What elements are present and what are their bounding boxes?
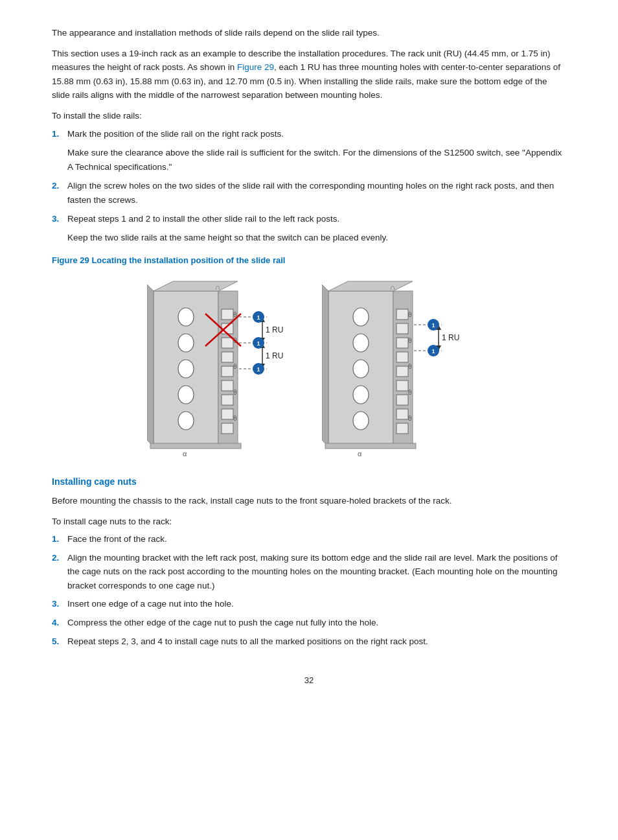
svg-rect-16 [222, 409, 233, 419]
rack-diagram-right: ∩ θ θ θ θ θ α 1 RU 1 [322, 278, 471, 461]
svg-point-5 [178, 334, 194, 352]
page-number: 32 [52, 674, 566, 688]
rack-svg-left: ∩ θ θ θ θ θ α [147, 278, 296, 460]
svg-rect-55 [396, 323, 408, 334]
svg-rect-12 [222, 352, 233, 362]
svg-rect-59 [396, 380, 408, 391]
figure-29: ∩ θ θ θ θ θ α [52, 278, 566, 461]
svg-text:θ: θ [408, 363, 412, 370]
svg-text:θ: θ [233, 415, 237, 422]
step-1-note: Make sure the clearance above the slide … [67, 146, 566, 174]
svg-text:α: α [183, 450, 187, 458]
svg-text:∩: ∩ [390, 283, 395, 291]
svg-text:1: 1 [431, 348, 435, 355]
svg-rect-10 [222, 323, 233, 334]
svg-text:θ: θ [233, 389, 237, 396]
svg-point-8 [178, 412, 194, 430]
figure29-link[interactable]: Figure 29 [237, 62, 274, 72]
install-steps-list-2: 2. Align the screw holes on the two side… [52, 179, 566, 226]
cage-step-2: 2. Align the mounting bracket with the l… [52, 551, 566, 593]
page-content: The appearance and installation methods … [0, 0, 618, 733]
svg-point-6 [178, 360, 194, 378]
svg-text:α: α [358, 450, 362, 458]
cage-step-4: 4. Compress the other edge of the cage n… [52, 616, 566, 630]
svg-rect-60 [396, 395, 408, 405]
cage-nuts-steps: 1. Face the front of the rack. 2. Align … [52, 532, 566, 648]
figure-caption: Figure 29 Locating the installation posi… [52, 254, 566, 268]
cage-nuts-p1: Before mounting the chassis to the rack,… [52, 494, 566, 508]
svg-text:1 RU: 1 RU [442, 333, 459, 342]
cage-nuts-to-install: To install cage nuts to the rack: [52, 515, 566, 529]
step-2: 2. Align the screw holes on the two side… [52, 179, 566, 207]
rack-svg-right: ∩ θ θ θ θ θ α 1 RU 1 [322, 278, 471, 460]
svg-rect-62 [396, 423, 408, 434]
svg-marker-48 [322, 285, 328, 447]
svg-text:1: 1 [431, 322, 435, 329]
svg-text:∩: ∩ [215, 283, 220, 291]
cage-step-3: 3. Insert one edge of a cage nut into th… [52, 597, 566, 611]
svg-rect-58 [396, 366, 408, 377]
svg-point-4 [178, 308, 194, 326]
svg-rect-24 [150, 443, 241, 449]
cage-nuts-heading: Installing cage nuts [52, 474, 566, 489]
cage-step-5: 5. Repeat steps 2, 3, and 4 to install c… [52, 635, 566, 649]
svg-rect-17 [222, 423, 233, 434]
svg-text:θ: θ [408, 311, 412, 318]
cage-step-1: 1. Face the front of the rack. [52, 532, 566, 546]
svg-marker-47 [328, 281, 413, 291]
step-1: 1. Mark the position of the slide rail o… [52, 127, 566, 141]
svg-text:θ: θ [408, 415, 412, 422]
svg-point-49 [353, 308, 369, 326]
svg-rect-9 [222, 309, 233, 320]
rack-diagram-left: ∩ θ θ θ θ θ α [147, 278, 296, 461]
cage-nuts-section: Installing cage nuts Before mounting the… [52, 474, 566, 649]
intro-p2: This section uses a 19-inch rack as an e… [52, 47, 566, 102]
svg-marker-3 [147, 285, 154, 447]
svg-text:θ: θ [408, 389, 412, 396]
svg-rect-15 [222, 395, 233, 405]
svg-rect-56 [396, 338, 408, 348]
svg-rect-11 [222, 338, 233, 348]
svg-text:θ: θ [233, 363, 237, 370]
to-install-label: To install the slide rails: [52, 109, 566, 123]
svg-text:1 RU: 1 RU [266, 351, 283, 360]
svg-text:1: 1 [257, 314, 260, 321]
svg-marker-2 [154, 281, 238, 291]
svg-rect-54 [396, 309, 408, 320]
svg-point-52 [353, 386, 369, 404]
svg-rect-57 [396, 352, 408, 362]
svg-rect-69 [325, 443, 416, 449]
svg-rect-61 [396, 409, 408, 419]
svg-text:1: 1 [257, 366, 260, 373]
svg-point-51 [353, 360, 369, 378]
step-3-note: Keep the two slide rails at the same hei… [67, 231, 566, 245]
svg-text:1 RU: 1 RU [266, 325, 283, 334]
install-steps-list: 1. Mark the position of the slide rail o… [52, 127, 566, 141]
svg-point-7 [178, 386, 194, 404]
svg-rect-13 [222, 366, 233, 377]
step-3: 3. Repeat steps 1 and 2 to install the o… [52, 212, 566, 226]
svg-text:θ: θ [408, 337, 412, 344]
svg-text:1: 1 [257, 340, 260, 347]
svg-point-53 [353, 412, 369, 430]
svg-point-50 [353, 334, 369, 352]
intro-p1: The appearance and installation methods … [52, 26, 566, 40]
svg-rect-14 [222, 380, 233, 391]
